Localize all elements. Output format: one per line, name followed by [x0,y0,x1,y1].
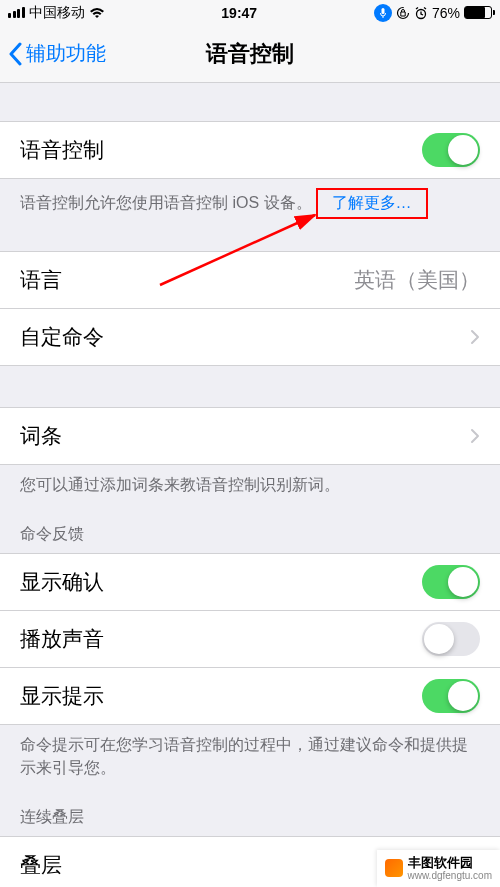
show-confirmation-row: 显示确认 [0,553,500,611]
carrier-label: 中国移动 [29,4,85,22]
status-time: 19:47 [221,5,257,21]
battery-percent: 76% [432,5,460,21]
watermark-name: 丰图软件园 [408,856,493,870]
feedback-header: 命令反馈 [0,506,500,553]
page-title: 语音控制 [206,39,294,69]
watermark-logo-icon [385,859,403,877]
svg-rect-0 [381,8,384,14]
mic-icon [374,4,392,22]
overlay-header: 连续叠层 [0,789,500,836]
play-sound-row: 播放声音 [0,610,500,668]
chevron-right-icon [470,428,480,444]
overlay-label: 叠层 [20,851,62,879]
battery-icon [464,6,492,19]
vocabulary-row[interactable]: 词条 [0,407,500,465]
play-sound-label: 播放声音 [20,625,104,653]
show-hints-row: 显示提示 [0,667,500,725]
show-confirmation-toggle[interactable] [422,565,480,599]
status-left: 中国移动 [8,4,105,22]
show-hints-toggle[interactable] [422,679,480,713]
voice-control-label: 语音控制 [20,136,104,164]
chevron-right-icon [470,329,480,345]
feedback-footer: 命令提示可在您学习语音控制的过程中，通过建议命令和提供提示来引导您。 [0,724,500,789]
wifi-icon [89,7,105,19]
language-row[interactable]: 语言 英语（美国） [0,251,500,309]
alarm-icon [414,6,428,20]
chevron-left-icon [8,42,22,66]
status-right: 76% [374,4,492,22]
vocabulary-label: 词条 [20,422,62,450]
custom-commands-row[interactable]: 自定命令 [0,308,500,366]
show-confirmation-label: 显示确认 [20,568,104,596]
learn-more-link[interactable]: 了解更多… [316,188,428,219]
vocabulary-footer: 您可以通过添加词条来教语音控制识别新词。 [0,464,500,506]
back-label: 辅助功能 [26,40,106,67]
play-sound-toggle[interactable] [422,622,480,656]
lock-icon [396,6,410,20]
custom-commands-label: 自定命令 [20,323,104,351]
back-button[interactable]: 辅助功能 [0,40,106,67]
language-label: 语言 [20,266,62,294]
language-value: 英语（美国） [354,266,480,294]
status-bar: 中国移动 19:47 76% [0,0,500,25]
voice-control-row: 语音控制 [0,121,500,179]
nav-bar: 辅助功能 语音控制 [0,25,500,83]
voice-control-description: 语音控制允许您使用语音控制 iOS 设备。 了解更多… [0,178,500,229]
voice-control-toggle[interactable] [422,133,480,167]
watermark: 丰图软件园 www.dgfengtu.com [377,850,501,887]
signal-icon [8,7,25,18]
show-hints-label: 显示提示 [20,682,104,710]
watermark-url: www.dgfengtu.com [408,870,493,881]
